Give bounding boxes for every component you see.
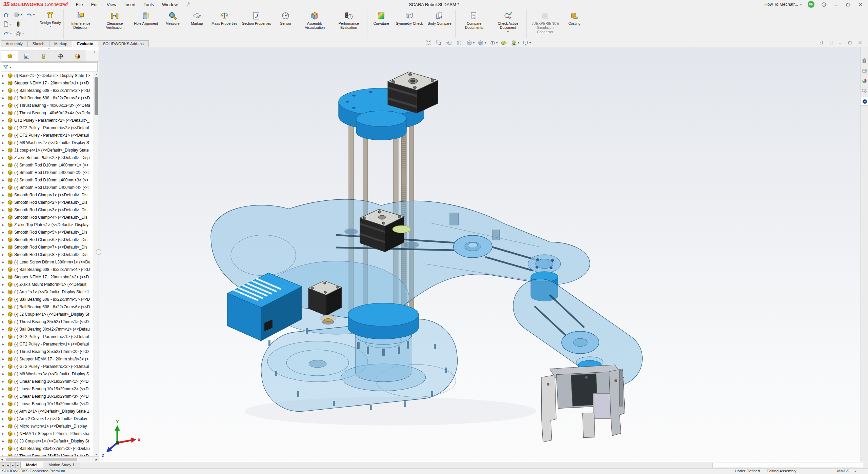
quick-access-button[interactable]: ▾ [3, 30, 12, 37]
tree-row[interactable]: ▶ Smooth Rod Clamp<1> (<<Default>_Dis [0, 191, 94, 199]
tree-row[interactable]: ▶ J1 coupler<1> (<<Default>_Display Stat… [0, 146, 94, 154]
tree-row[interactable]: ▶ (-) Linear Bearing 10x19x29mm<6> (<<D [0, 400, 94, 408]
expander-icon[interactable]: ▶ [2, 194, 6, 197]
ribbon-tool-button[interactable]: Curvature [367, 10, 393, 38]
tree-row[interactable]: ▶ GT2 Pulley - Parametric<2> (<<Default>… [0, 117, 94, 124]
tree-row[interactable]: ▶ (f) Base<1> (<<Default>_Display State … [0, 72, 94, 79]
tree-row[interactable]: ▶ (-) GT2 Pulley - Parametric<2> (<<Defa… [0, 363, 94, 370]
expander-icon[interactable]: ▶ [2, 276, 6, 279]
tree-row[interactable]: ▶ (-) M8 Washer<2> (<<Default>_Display S [0, 139, 94, 146]
tree-row[interactable]: ▶ (-) Linear Bearing 10x19x29mm<2> (<<D [0, 385, 94, 393]
expander-icon[interactable]: ▶ [2, 156, 6, 159]
view-tool-button[interactable]: ▾ [478, 40, 486, 46]
ribbon-tool-button[interactable]: Hole Alignment [132, 10, 160, 38]
ribbon-tool-button[interactable]: Symmetry Check [393, 10, 425, 38]
scrollbar-thumb[interactable] [95, 77, 98, 115]
expander-icon[interactable]: ▶ [2, 305, 6, 309]
ribbon-tool-button[interactable]: 3DEXPERIENCE Simulation Connector [526, 10, 562, 38]
expander-icon[interactable]: ▶ [2, 201, 6, 204]
expander-icon[interactable]: ▶ [2, 373, 6, 376]
tree-row[interactable]: ▶ (-) Arm 2 Cover<1> (<<Default>_Display [0, 415, 94, 422]
close-button[interactable] [857, 1, 863, 7]
scrollbar-thumb[interactable] [6, 458, 77, 461]
tree-row[interactable]: ▶ (-) Ball Bearing 608 - 8x22x7mm<6> (<<… [0, 303, 94, 311]
minimize-button[interactable] [833, 1, 839, 7]
scroll-up-arrow[interactable]: ▲ [94, 72, 99, 77]
tree-filter[interactable]: ▾ [1, 62, 98, 72]
expander-icon[interactable]: ▶ [2, 343, 6, 346]
tab-nav-button[interactable]: ▶| [15, 462, 21, 469]
tree-row[interactable]: ▶ (-) GT2 Pulley - Parametric<1> (<<Defa… [0, 132, 94, 139]
expander-icon[interactable]: ▶ [2, 261, 6, 264]
menu-item[interactable]: Window [159, 1, 181, 8]
view-tool-button[interactable]: ▾ [466, 40, 475, 46]
robot-gt2-pulley-large[interactable] [453, 235, 492, 258]
expander-icon[interactable]: ▶ [2, 320, 6, 323]
tree-row[interactable]: ▶ (-) Thrust Bearing - 40x60x13<4> (<<De… [0, 109, 94, 117]
ribbon-tool-button[interactable]: Measure [160, 10, 185, 38]
expander-icon[interactable]: ▶ [2, 104, 6, 107]
quick-access-button[interactable]: ▾ [15, 30, 24, 37]
help-button[interactable] [821, 1, 827, 7]
scara-robot-model[interactable]: Y X Z [99, 47, 861, 462]
expander-icon[interactable]: ▶ [2, 380, 6, 383]
account-menu[interactable]: How To Mechatr... ▾ [764, 2, 802, 7]
menu-item[interactable]: File [73, 1, 86, 8]
quick-access-button[interactable]: ▾ [3, 21, 12, 27]
tree-horizontal-scrollbar[interactable]: ◀ ▶ [0, 456, 99, 462]
pane-control-button[interactable] [848, 40, 853, 46]
robot-arm2-pulley[interactable] [562, 331, 599, 354]
scroll-right-arrow[interactable]: ▶ [96, 458, 98, 461]
view-tool-button[interactable] [425, 40, 432, 46]
expander-icon[interactable]: ▶ [2, 432, 6, 435]
task-pane-button[interactable] [861, 87, 868, 95]
tree-row[interactable]: ▶ Smooth Rod Clamp<6> (<<Default>_Dis [0, 236, 94, 243]
tree-row[interactable]: ▶ (-) Arm 1<1> (<<Default>_Display State… [0, 288, 94, 296]
expander-icon[interactable]: ▶ [2, 186, 6, 189]
ribbon-tool-button[interactable]: Compare Documents [455, 10, 491, 38]
menu-item[interactable]: View [103, 1, 120, 8]
menu-item[interactable]: Edit [88, 1, 102, 8]
tree-row[interactable]: ▶ Z-axis Bottom Plate<2> (<<Default>_Dis… [0, 154, 94, 161]
tree-row[interactable]: ▶ Stepper NEMA 17 - 20mm shaft<1> (<<D [0, 79, 94, 87]
tree-row[interactable]: ▶ Smooth Rod Clamp<7> (<<Default>_Dis [0, 243, 94, 251]
tree-row[interactable]: ▶ (-) Linear Bearing 10x19x29mm<1> (<<D [0, 378, 94, 385]
tree-row[interactable]: ▶ (-) GT2 Pulley - Parametric<1> (<<Defa… [0, 340, 94, 348]
expander-icon[interactable]: ▶ [2, 119, 6, 122]
command-tab[interactable]: Assembly [1, 40, 28, 47]
tree-row[interactable]: ▶ (-) Thrust Bearing 35x52x12mm<1> (<<D [0, 318, 94, 325]
robot-stepper-motor-top[interactable] [388, 72, 438, 113]
command-tab[interactable]: Markup [49, 40, 72, 47]
ribbon-tool-button[interactable]: Sensor [274, 10, 298, 38]
ribbon-tool-button[interactable]: Interference Detection [64, 10, 98, 38]
panel-tab[interactable] [35, 51, 52, 61]
ribbon-tool-button[interactable]: Check Active Document ▾ [491, 10, 525, 38]
quick-access-button[interactable]: ▾ [26, 12, 35, 18]
tree-row[interactable]: ▶ (-) Micro switch<1> (<<Default>_Displa… [0, 422, 94, 430]
task-pane-button[interactable] [861, 77, 868, 85]
tree-row[interactable]: ▶ Smooth Rod Clamp<5> (<<Default>_Dis [0, 229, 94, 236]
robot-arm1-end-pulley[interactable] [528, 255, 561, 273]
view-tool-button[interactable]: ▾ [522, 40, 531, 46]
expander-icon[interactable]: ▶ [2, 298, 6, 301]
expander-icon[interactable]: ▶ [2, 410, 6, 413]
tree-row[interactable]: ▶ (-) Z-axis Mount Platform<1> (<<Defaul… [0, 281, 94, 288]
quick-access-button[interactable]: ▾ [14, 12, 22, 18]
expander-icon[interactable]: ▶ [2, 447, 6, 450]
command-tab[interactable]: Sketch [27, 40, 49, 47]
robot-gripper[interactable] [541, 365, 625, 442]
expander-icon[interactable]: ▶ [2, 365, 6, 368]
pane-control-button[interactable] [828, 40, 833, 46]
expander-icon[interactable]: ▶ [2, 216, 6, 219]
expander-icon[interactable]: ▶ [2, 238, 6, 241]
tree-row[interactable]: ▶ (-) Stepper NEMA 17 - 20mm shaft<3> (< [0, 355, 94, 363]
expander-icon[interactable]: ▶ [2, 134, 6, 137]
panel-tab[interactable] [69, 51, 86, 61]
tree-row[interactable]: ▶ (-) NEMA 17 Stepper L24mm - 20mm sha [0, 430, 94, 437]
expander-icon[interactable]: ▶ [2, 291, 6, 294]
task-pane-button[interactable] [861, 56, 868, 64]
ribbon-tool-button[interactable]: Markup [185, 10, 209, 38]
expander-icon[interactable]: ▶ [2, 164, 6, 167]
panel-tab-overflow[interactable]: › [91, 49, 98, 54]
quick-access-button[interactable] [15, 21, 22, 27]
